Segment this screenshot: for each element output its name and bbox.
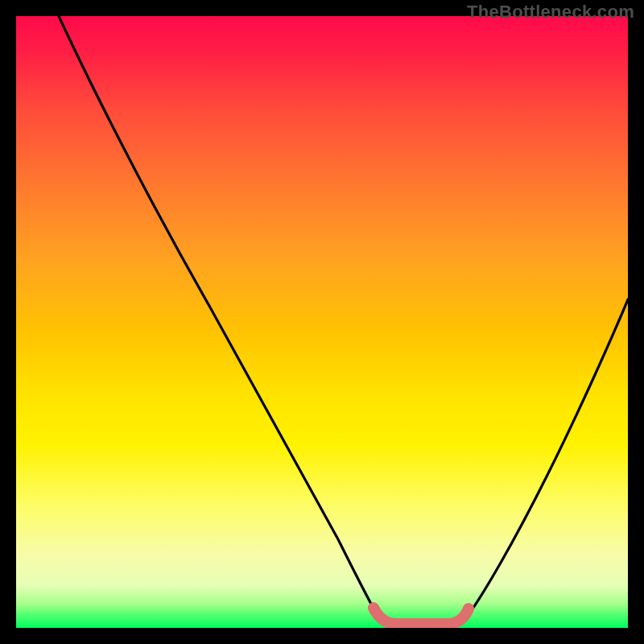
- curve-layer: [16, 16, 628, 628]
- watermark-text: TheBottleneck.com: [467, 2, 634, 23]
- right-curve: [464, 299, 628, 621]
- chart-frame: TheBottleneck.com: [0, 0, 644, 644]
- left-curve: [59, 16, 380, 620]
- valley-highlight: [374, 608, 469, 624]
- plot-area: [16, 16, 628, 628]
